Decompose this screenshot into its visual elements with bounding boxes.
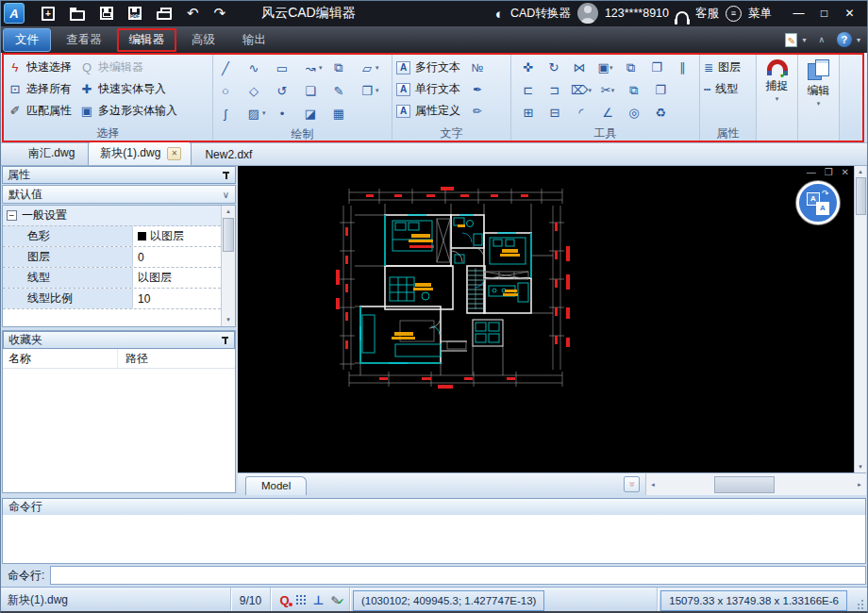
tab-file[interactable]: 文件 — [3, 28, 51, 52]
property-row-color[interactable]: 色彩 以图层 — [3, 226, 221, 247]
ortho-icon[interactable]: ⊥ — [313, 593, 325, 607]
canvas-restore-icon[interactable]: ❐ — [825, 166, 833, 179]
hatch-icon[interactable]: ▨ — [245, 107, 262, 121]
single-text-button[interactable]: A单行文本 — [396, 78, 460, 100]
support-button[interactable]: 客服 — [695, 6, 719, 22]
doc-tab-xinkuai[interactable]: 新块(1).dwg✕ — [88, 141, 192, 165]
timed-copy-icon[interactable]: ❐ — [643, 60, 669, 75]
scrollbar-thumb[interactable] — [223, 218, 234, 252]
mtext-button[interactable]: A多行文本 — [396, 57, 460, 78]
edit-button[interactable]: 编辑 ▾ — [798, 55, 840, 142]
image-icon[interactable]: ◪ — [302, 107, 319, 121]
print-button[interactable] — [157, 4, 172, 23]
command-history-area[interactable] — [2, 515, 866, 564]
paste-special-icon[interactable]: ❐ — [647, 83, 674, 97]
dropdown-caret[interactable]: ▾ — [802, 36, 806, 44]
resize-grip[interactable] — [852, 594, 864, 606]
save-pdf-button[interactable]: PDF — [128, 4, 142, 23]
region-icon[interactable]: ❐ — [359, 84, 376, 98]
layers-button[interactable]: ≣图层 — [704, 57, 752, 78]
spline-icon[interactable]: ʃ — [217, 107, 234, 121]
dropdown-caret[interactable]: ▾ — [776, 95, 779, 103]
trim-icon[interactable]: ✂▾ — [594, 83, 621, 97]
stretch-icon[interactable]: ⊏ — [515, 83, 542, 97]
copy-nested-icon[interactable]: ⧉ — [621, 83, 647, 98]
object-snap-icon[interactable]: Q — [279, 593, 289, 607]
property-row-linetype-scale[interactable]: 线型比例 10 — [3, 289, 221, 309]
doc-tab-nanhui[interactable]: 南汇.dwg — [15, 141, 88, 165]
undo-button[interactable]: ↶ — [187, 4, 199, 23]
purge-icon[interactable]: ♻ — [647, 106, 674, 120]
text-edit-icon[interactable]: ✏ — [468, 100, 487, 122]
drawing-canvas[interactable]: — ❐ ✕ A ↷ A — [238, 166, 854, 472]
polyline-icon[interactable]: ↝ — [302, 61, 319, 75]
ellipse-icon[interactable]: ◇ — [245, 84, 262, 98]
collapse-icon[interactable]: − — [7, 210, 17, 221]
point-icon[interactable]: • — [274, 107, 291, 121]
canvas-close-icon[interactable]: ✕ — [842, 166, 849, 179]
boundary-icon[interactable]: ▱ — [359, 61, 376, 75]
help-icon[interactable]: ? — [837, 32, 852, 47]
pin-icon[interactable] — [221, 336, 229, 345]
tab-advanced[interactable]: 高级 — [179, 28, 227, 52]
model-tab[interactable]: Model — [245, 476, 307, 495]
tab-viewer[interactable]: 查看器 — [54, 28, 114, 52]
text-style-icon[interactable]: ✒ — [468, 78, 487, 100]
properties-scrollbar[interactable]: ▲ ▼ — [221, 206, 235, 326]
avatar[interactable] — [577, 3, 598, 24]
attribute-define-button[interactable]: A属性定义 — [396, 100, 460, 122]
distribute-icon[interactable]: ⊟ — [542, 106, 568, 120]
arc-icon[interactable]: ↺ — [274, 84, 291, 98]
dropdown-caret[interactable]: ▾ — [376, 64, 379, 72]
pin-icon[interactable] — [222, 171, 230, 180]
canvas-horizontal-scrollbar[interactable]: ◄ ► — [645, 473, 866, 495]
command-input[interactable] — [50, 566, 866, 585]
scroll-down-icon[interactable]: ▼ — [225, 314, 231, 326]
maximize-button[interactable]: □ — [811, 0, 837, 26]
line-icon[interactable]: ╱ — [217, 61, 234, 75]
collapse-ribbon-icon[interactable]: ∧ — [818, 35, 825, 44]
dropdown-caret[interactable]: ▾ — [817, 100, 821, 108]
dropdown-caret[interactable]: ▾ — [262, 109, 266, 117]
property-row-linetype[interactable]: 线型 以图层 — [3, 268, 221, 289]
quick-edit-icon[interactable]: ✎ — [785, 33, 797, 47]
doc-tab-new2[interactable]: New2.dxf — [192, 144, 265, 165]
menu-button[interactable]: 菜单 — [748, 6, 772, 22]
scroll-up-icon[interactable]: ▲ — [225, 206, 231, 218]
block-editor-button[interactable]: Q块编辑器 — [79, 57, 177, 78]
circle-icon[interactable]: ○ — [217, 84, 234, 98]
erase-icon[interactable]: ⌦▾ — [568, 83, 594, 97]
favorites-empty-list[interactable] — [3, 369, 235, 492]
text-number-icon[interactable]: № — [468, 57, 487, 78]
properties-preset-dropdown[interactable]: 默认值 ∨ — [2, 185, 236, 204]
save-button[interactable] — [100, 4, 113, 23]
canvas-vertical-scrollbar[interactable]: ▲ ▼ — [854, 166, 866, 472]
rectangle-icon[interactable]: ▭ — [274, 61, 291, 75]
mirror-icon[interactable]: ⋈ — [567, 60, 593, 75]
property-row-layer[interactable]: 图层 0 — [3, 247, 221, 268]
property-group-row[interactable]: −一般设置 — [3, 206, 221, 226]
column-path[interactable]: 路径 — [118, 351, 148, 367]
scroll-up-icon[interactable]: ▲ — [858, 166, 863, 177]
linetype-button[interactable]: ┅线型 — [704, 78, 752, 100]
open-file-button[interactable] — [70, 4, 85, 23]
new-file-button[interactable]: + — [42, 4, 55, 23]
scroll-left-icon[interactable]: ◄ — [646, 482, 659, 488]
polygon-entity-input-button[interactable]: ▣多边形实体输入 — [79, 100, 177, 122]
cad-translate-button[interactable]: A ↷ A — [796, 181, 840, 224]
dropdown-caret[interactable]: ▾ — [376, 87, 379, 94]
cad-converter-button[interactable]: CAD转换器 — [510, 6, 571, 22]
scroll-down-icon[interactable]: ▼ — [858, 461, 863, 472]
scroll-right-icon[interactable]: ► — [853, 482, 866, 488]
offset-icon[interactable]: ∥ — [670, 60, 695, 75]
grid-snap-icon[interactable] — [296, 595, 307, 605]
dropdown-caret[interactable]: ▾ — [319, 64, 323, 72]
align-icon[interactable]: ⊞ — [515, 106, 542, 120]
sketch-icon[interactable]: ∿ — [245, 61, 262, 75]
match-properties-button[interactable]: ✐匹配属性 — [8, 100, 72, 122]
scrollbar-thumb[interactable] — [714, 476, 775, 493]
table-icon[interactable]: ▦ — [330, 107, 347, 121]
collapse-panel-button[interactable]: « — [624, 476, 640, 492]
quick-entity-import-button[interactable]: ✚快速实体导入 — [79, 78, 177, 100]
username[interactable]: 123****8910 — [605, 7, 669, 20]
